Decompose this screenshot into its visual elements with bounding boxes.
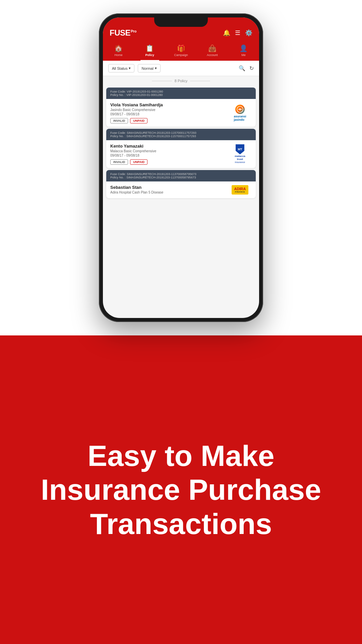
nav-home[interactable]: 🏠 Home xyxy=(103,43,134,58)
filter-action-icons: 🔍 ↻ xyxy=(239,65,254,71)
malacca-logo: MT malaccatrustinsurance xyxy=(228,144,252,164)
bottom-nav: 🏠 Home 📋 Policy 🎁 Campaign 👜 xyxy=(103,41,259,61)
policy-3-type: Adira Hospital Cash Plan 5 Disease xyxy=(110,191,228,194)
policy-1-name: Viola Yosiana Samihardja xyxy=(110,102,228,107)
nav-policy[interactable]: 📋 Policy xyxy=(134,43,165,58)
policy-card-3-body: Sebastian Stan Adira Hospital Cash Plan … xyxy=(106,181,256,198)
refresh-icon[interactable]: ↻ xyxy=(249,65,254,71)
adira-text: ADIRA xyxy=(234,187,246,191)
adira-logo: ADIRA FINANCE xyxy=(228,185,252,195)
policy-1-badges: INVALID UNPAID xyxy=(110,118,228,123)
app-logo: FUSEPro xyxy=(110,28,136,38)
policy-icon: 📋 xyxy=(145,44,154,52)
menu-icon[interactable]: ☰ xyxy=(235,29,240,37)
campaign-icon: 🎁 xyxy=(177,44,185,52)
type-filter[interactable]: Normal ▾ xyxy=(138,64,160,72)
me-icon: 👤 xyxy=(239,44,248,52)
policy-2-info: Kento Yamazaki Malacca Basic Comprehensi… xyxy=(110,144,228,165)
nav-home-label: Home xyxy=(115,53,123,57)
chevron-down-icon-2: ▾ xyxy=(155,66,157,70)
adira-sub: FINANCE xyxy=(234,191,246,193)
policy-2-fuse-code: Fuse Code: SIMASINSURETECH-20191203-1157… xyxy=(110,131,252,135)
account-icon: 👜 xyxy=(208,44,217,52)
policy-card-3[interactable]: Fuse Code: SIMASINSURETECH-20191203-1137… xyxy=(106,170,256,198)
policy-2-name: Kento Yamazaki xyxy=(110,144,228,149)
policy-card-2-body: Kento Yamazaki Malacca Basic Comprehensi… xyxy=(106,140,256,168)
status-filter-label: All Status xyxy=(112,66,127,70)
nav-me-label: Me xyxy=(241,53,246,57)
status-filter[interactable]: All Status ▾ xyxy=(108,64,134,72)
badge-unpaid-2: UNPAID xyxy=(130,159,147,165)
badge-invalid-1: INVALID xyxy=(110,118,128,123)
policy-2-badges: INVALID UNPAID xyxy=(110,159,228,165)
policy-3-fuse-code: Fuse Code: SIMASINSURETECH-20191203-1137… xyxy=(110,172,252,176)
content-area: All Status ▾ Normal ▾ 🔍 ↻ xyxy=(103,61,259,318)
nav-campaign[interactable]: 🎁 Campaign xyxy=(165,43,196,58)
policy-2-no: Policy No. : SIMASINSURETECH-20191203-11… xyxy=(110,135,252,138)
policy-card-1[interactable]: Fuse Code: VIP-20191203-01-0001280 Polic… xyxy=(106,88,256,127)
policy-card-1-header: Fuse Code: VIP-20191203-01-0001280 Polic… xyxy=(106,88,256,99)
policy-1-dates: 09/08/17 - 09/08/18 xyxy=(110,112,228,116)
nav-policy-label: Policy xyxy=(145,53,155,57)
policy-count-text: 8 Policy xyxy=(175,79,188,83)
phone-frame: FUSEPro 🔔 ☰ ⚙️ 🏠 Home xyxy=(99,13,263,322)
policy-3-info: Sebastian Stan Adira Hospital Cash Plan … xyxy=(110,185,228,195)
policy-count: 8 Policy xyxy=(103,76,259,86)
policy-1-info: Viola Yosiana Samihardja Jasindo Basic C… xyxy=(110,102,228,123)
settings-icon[interactable]: ⚙️ xyxy=(245,29,252,37)
chevron-down-icon: ▾ xyxy=(129,66,131,70)
bell-icon[interactable]: 🔔 xyxy=(223,29,230,37)
phone-screen: FUSEPro 🔔 ☰ ⚙️ 🏠 Home xyxy=(103,17,259,318)
policy-2-dates: 09/08/17 - 09/08/18 xyxy=(110,154,228,157)
jasindo-logo: asuransijasindo xyxy=(228,105,252,121)
policy-1-no: Policy No. : VIP-20191203-01-0001280 xyxy=(110,93,252,97)
filter-bar: All Status ▾ Normal ▾ 🔍 ↻ xyxy=(103,61,259,76)
phone-notch xyxy=(154,17,208,27)
logo-text: FUSE xyxy=(110,28,130,37)
header-icons: 🔔 ☰ ⚙️ xyxy=(223,29,252,37)
search-icon[interactable]: 🔍 xyxy=(239,65,245,71)
policy-3-no: Policy No. : SIMASINSURETECH-20191203-11… xyxy=(110,176,252,179)
policy-card-2-header: Fuse Code: SIMASINSURETECH-20191203-1157… xyxy=(106,129,256,140)
bottom-tagline: Easy to Make Insurance Purchase Transact… xyxy=(27,439,335,541)
nav-campaign-label: Campaign xyxy=(174,53,188,57)
badge-unpaid-1: UNPAID xyxy=(130,118,147,123)
policy-3-name: Sebastian Stan xyxy=(110,185,228,190)
type-filter-label: Normal xyxy=(141,66,153,70)
policy-card-3-header: Fuse Code: SIMASINSURETECH-20191203-1137… xyxy=(106,170,256,181)
badge-invalid-2: INVALID xyxy=(110,159,128,165)
nav-me[interactable]: 👤 Me xyxy=(228,43,259,58)
nav-account-label: Account xyxy=(207,53,218,57)
policy-2-type: Malacca Basic Comprehensive xyxy=(110,149,228,153)
bottom-section: Easy to Make Insurance Purchase Transact… xyxy=(0,335,362,644)
logo-sup: Pro xyxy=(131,29,136,33)
mt-text: malaccatrustinsurance xyxy=(235,155,245,164)
home-icon: 🏠 xyxy=(114,44,123,52)
policy-card-1-body: Viola Yosiana Samihardja Jasindo Basic C… xyxy=(106,99,256,127)
jasindo-text: asuransijasindo xyxy=(234,115,246,121)
policy-card-2[interactable]: Fuse Code: SIMASINSURETECH-20191203-1157… xyxy=(106,129,256,168)
mt-shield-icon: MT xyxy=(236,144,244,154)
top-section: FUSEPro 🔔 ☰ ⚙️ 🏠 Home xyxy=(0,0,362,335)
nav-account[interactable]: 👜 Account xyxy=(197,43,228,58)
policy-1-type: Jasindo Basic Comprehensive xyxy=(110,108,228,112)
policy-1-fuse-code: Fuse Code: VIP-20191203-01-0001280 xyxy=(110,90,252,93)
jasindo-circle xyxy=(235,105,245,114)
